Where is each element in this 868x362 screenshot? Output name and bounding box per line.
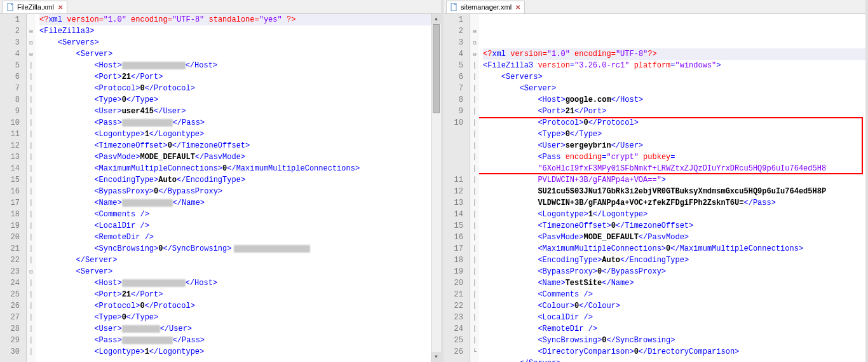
code-line[interactable]: <PasvMode>MODE_DEFAULT</PasvMode> [39,151,431,163]
code-line[interactable]: <Type>0</Type> [39,312,431,323]
tab-filezilla-xml[interactable]: FileZilla.xml ✕ [3,1,67,13]
code-line[interactable]: <User>sergeybrin</User> [483,140,865,151]
code-line[interactable]: <Protocol>0</Protocol> [483,117,865,129]
code-line[interactable]: <Comments /> [483,289,865,300]
code-line[interactable]: <User>user415</User> [39,106,431,117]
line-number-gutter: 1234567891011121314151617181920212223242… [444,14,470,362]
code-line[interactable]: <LocalDir /> [483,312,865,323]
code-line[interactable]: <Type>0</Type> [483,129,865,140]
code-line[interactable]: <SyncBrowsing>0</SyncBrowsing> [39,243,431,254]
right-editor-pane: sitemanager.xml ✕ 1234567891011121314151… [444,0,868,362]
code-line[interactable]: <Logontype>1</Logontype> [483,209,865,220]
code-line[interactable]: <BypassProxy>0</BypassProxy> [39,186,431,197]
code-line[interactable]: <Logontype>1</Logontype> [39,346,431,358]
code-line[interactable]: <Name>TestSite</Name> [483,277,865,289]
code-line[interactable]: <RemoteDir /> [39,232,431,243]
code-line[interactable]: <Comments /> [39,209,431,220]
code-line[interactable]: <Port>21</Port> [39,289,431,300]
file-icon [7,3,15,11]
code-line[interactable]: <FileZilla3 version="3.26.0-rc1" platfor… [483,60,865,71]
code-line[interactable]: <Host></Host> [39,277,431,289]
code-line[interactable]: <Server> [39,266,431,277]
fold-gutter[interactable]: ⊟⊟⊟│││││││││││││││││││││││││└ [470,14,479,362]
code-line[interactable]: <EncodingType>Auto</EncodingType> [39,174,431,186]
code-line[interactable]: <Protocol>0</Protocol> [39,83,431,94]
editor-left[interactable]: 1234567891011121314151617181920212223242… [0,14,441,362]
file-icon [451,3,458,11]
code-line[interactable]: <FileZilla3> [39,25,431,37]
code-line[interactable]: <RemoteDir /> [483,323,865,335]
tab-sitemanager-xml[interactable]: sitemanager.xml ✕ [446,1,525,13]
close-icon[interactable]: ✕ [515,4,520,11]
fold-gutter[interactable]: ⊟⊟⊟││││││││││││││││││⊟│││││││ [27,14,36,362]
code-line[interactable]: <Host>google.com</Host> [483,94,865,106]
code-line[interactable]: </Server> [483,358,865,362]
code-line[interactable]: <?xml version="1.0" encoding="UTF-8" sta… [39,14,431,25]
code-line[interactable]: <Server> [483,83,865,94]
tab-title: sitemanager.xml [461,3,512,11]
code-line[interactable]: "6XoHlcI9fxF3MPy01SFbNmkf+LRWZtxZJQzDIuY… [483,163,865,174]
code-line[interactable]: <Type>0</Type> [39,94,431,106]
code-line[interactable]: PVLDWCIN+3B/gFANPp4a+VOA=="> [483,174,865,186]
code-line[interactable]: <User></User> [39,323,431,335]
code-line[interactable]: <Host></Host> [39,60,431,71]
code-line[interactable]: SU21cu5S03JNu17GbRk3i2ebjVR0GTBuksyXmdms… [483,186,865,197]
code-line[interactable]: <Pass></Pass> [39,335,431,346]
vertical-scrollbar[interactable]: ▲ ▼ [431,14,441,362]
code-line[interactable]: <Servers> [483,71,865,83]
code-line[interactable]: <Protocol>0</Protocol> [39,300,431,312]
code-line[interactable]: <LocalDir /> [39,220,431,232]
code-line[interactable]: <Name></Name> [39,197,431,209]
code-line[interactable]: <?xml version="1.0" encoding="UTF-8"?> [483,48,865,60]
code-line[interactable]: <Servers> [39,37,431,48]
code-line[interactable]: <SyncBrowsing>0</SyncBrowsing> [483,335,865,346]
tab-title: FileZilla.xml [17,3,54,11]
code-line[interactable]: <Logontype>1</Logontype> [39,129,431,140]
code-line[interactable]: <EncodingType>Auto</EncodingType> [483,254,865,266]
code-line[interactable]: <Port>21</Port> [39,71,431,83]
code-line[interactable]: <Server> [39,48,431,60]
scroll-up-arrow[interactable]: ▲ [431,14,441,24]
code-line[interactable]: <Port>21</Port> [483,106,865,117]
scroll-thumb[interactable] [433,24,440,113]
code-line[interactable]: <BypassProxy>0</BypassProxy> [483,266,865,277]
code-line[interactable]: <Pass encoding="crypt" pubkey= [483,151,865,163]
code-line[interactable]: <TimezoneOffset>0</TimezoneOffset> [483,220,865,232]
left-editor-pane: FileZilla.xml ✕ 123456789101112131415161… [0,0,444,362]
code-line[interactable]: <TimezoneOffset>0</TimezoneOffset> [39,140,431,151]
code-line[interactable]: <Colour>0</Colour> [483,300,865,312]
code-area[interactable]: <?xml version="1.0" encoding="UTF-8"?><F… [479,14,865,362]
editor-right[interactable]: 1234567891011121314151617181920212223242… [444,14,865,362]
tab-bar-left: FileZilla.xml ✕ [0,0,441,14]
code-line[interactable]: <MaximumMultipleConnections>0</MaximumMu… [39,163,431,174]
code-line[interactable]: <PasvMode>MODE_DEFAULT</PasvMode> [483,232,865,243]
tab-bar-right: sitemanager.xml ✕ [444,0,865,14]
line-number-gutter: 1234567891011121314151617181920212223242… [0,14,27,362]
scroll-down-arrow[interactable]: ▼ [431,352,441,362]
code-line[interactable]: </Server> [39,254,431,266]
code-area[interactable]: <?xml version="1.0" encoding="UTF-8" sta… [36,14,431,362]
code-line[interactable]: VLDWCIN+3B/gFANPp4a+VOC+zfekZFDgiFPh2Zsk… [483,197,865,209]
close-icon[interactable]: ✕ [58,4,63,11]
code-line[interactable]: <DirectoryComparison>0</DirectoryCompari… [483,346,865,358]
code-line[interactable]: <Pass></Pass> [39,117,431,129]
code-line[interactable]: <MaximumMultipleConnections>0</MaximumMu… [483,243,865,254]
